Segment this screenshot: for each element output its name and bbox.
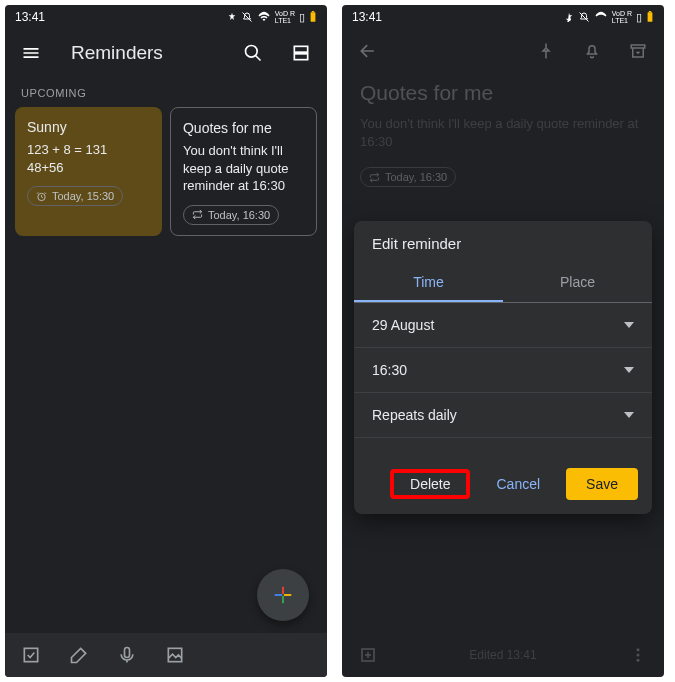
card-body: You don't think I'll keep a daily quote … xyxy=(183,142,304,195)
svg-rect-14 xyxy=(649,11,651,12)
tab-place[interactable]: Place xyxy=(503,262,652,302)
svg-point-19 xyxy=(636,659,639,662)
cards-grid: Sunny 123 + 8 = 131 48+56 Today, 15:30 Q… xyxy=(5,107,327,236)
svg-rect-6 xyxy=(282,587,284,594)
svg-rect-12 xyxy=(168,648,181,661)
svg-rect-1 xyxy=(312,11,314,12)
delete-button[interactable]: Delete xyxy=(398,468,462,500)
svg-point-17 xyxy=(636,648,639,651)
brush-icon[interactable] xyxy=(67,643,91,667)
field-date[interactable]: 29 August xyxy=(354,303,652,348)
fab-new-note[interactable] xyxy=(257,569,309,621)
reminder-card[interactable]: Sunny 123 + 8 = 131 48+56 Today, 15:30 xyxy=(15,107,162,236)
mic-icon[interactable] xyxy=(115,643,139,667)
save-button[interactable]: Save xyxy=(566,468,638,500)
status-icons: VoD RLTE1 ▯ xyxy=(227,10,317,24)
image-icon[interactable] xyxy=(163,643,187,667)
detail-appbar xyxy=(342,29,664,73)
view-toggle-icon[interactable] xyxy=(289,41,313,65)
svg-rect-11 xyxy=(125,648,130,658)
reminder-chip[interactable]: Today, 16:30 xyxy=(360,167,456,187)
sheet-actions: Delete Cancel Save xyxy=(354,438,652,514)
reminder-chip: Today, 15:30 xyxy=(27,186,123,206)
svg-rect-8 xyxy=(275,594,282,596)
svg-rect-15 xyxy=(631,45,645,48)
page-title: Reminders xyxy=(71,42,217,64)
bottom-toolbar: Edited 13:41 xyxy=(342,633,664,677)
menu-icon[interactable] xyxy=(19,41,43,65)
reminder-card-highlighted[interactable]: Quotes for me You don't think I'll keep … xyxy=(170,107,317,236)
sheet-tabs: Time Place xyxy=(354,262,652,302)
highlight-delete: Delete xyxy=(390,469,470,499)
card-title: Sunny xyxy=(27,119,150,135)
phone-left: 13:41 VoD RLTE1 ▯ Reminders UPCOMING Sun… xyxy=(5,5,327,677)
note-chip-row: Today, 16:30 xyxy=(342,161,664,193)
chevron-down-icon xyxy=(624,367,634,373)
sheet-title: Edit reminder xyxy=(354,221,652,262)
phone-right: 13:41 VoD RLTE1 ▯ Quotes for me You don'… xyxy=(342,5,664,677)
svg-point-18 xyxy=(636,654,639,657)
section-label: UPCOMING xyxy=(5,77,327,107)
archive-icon[interactable] xyxy=(626,39,650,63)
svg-rect-4 xyxy=(294,54,307,60)
field-repeat[interactable]: Repeats daily xyxy=(354,393,652,438)
repeat-icon xyxy=(192,209,203,220)
checkbox-icon[interactable] xyxy=(19,643,43,667)
reminder-chip: Today, 16:30 xyxy=(183,205,279,225)
cancel-button[interactable]: Cancel xyxy=(484,468,552,500)
edit-reminder-sheet: Edit reminder Time Place 29 August 16:30… xyxy=(354,221,652,514)
card-title: Quotes for me xyxy=(183,120,304,136)
app-bar: Reminders xyxy=(5,29,327,77)
svg-rect-0 xyxy=(311,12,316,22)
status-icons: VoD RLTE1 ▯ xyxy=(564,10,654,24)
svg-rect-10 xyxy=(24,648,37,661)
svg-rect-13 xyxy=(648,12,653,22)
more-icon[interactable] xyxy=(626,643,650,667)
clock: 13:41 xyxy=(15,10,45,24)
clock: 13:41 xyxy=(352,10,382,24)
field-time[interactable]: 16:30 xyxy=(354,348,652,393)
back-icon[interactable] xyxy=(356,39,380,63)
search-icon[interactable] xyxy=(241,41,265,65)
chevron-down-icon xyxy=(624,322,634,328)
edited-label: Edited 13:41 xyxy=(469,648,536,662)
card-body: 123 + 8 = 131 48+56 xyxy=(27,141,150,176)
svg-rect-3 xyxy=(294,46,307,52)
bottom-toolbar xyxy=(5,633,327,677)
svg-point-2 xyxy=(246,46,258,58)
svg-rect-9 xyxy=(284,594,291,596)
chevron-down-icon xyxy=(624,412,634,418)
note-body: You don't think I'll keep a daily quote … xyxy=(342,111,664,161)
repeat-icon xyxy=(369,172,380,183)
tab-time[interactable]: Time xyxy=(354,262,503,302)
note-title: Quotes for me xyxy=(342,73,664,111)
pin-icon[interactable] xyxy=(534,39,558,63)
status-bar: 13:41 VoD RLTE1 ▯ xyxy=(342,5,664,29)
status-bar: 13:41 VoD RLTE1 ▯ xyxy=(5,5,327,29)
add-icon[interactable] xyxy=(356,643,380,667)
bell-icon[interactable] xyxy=(580,39,604,63)
alarm-icon xyxy=(36,191,47,202)
svg-rect-7 xyxy=(282,596,284,603)
